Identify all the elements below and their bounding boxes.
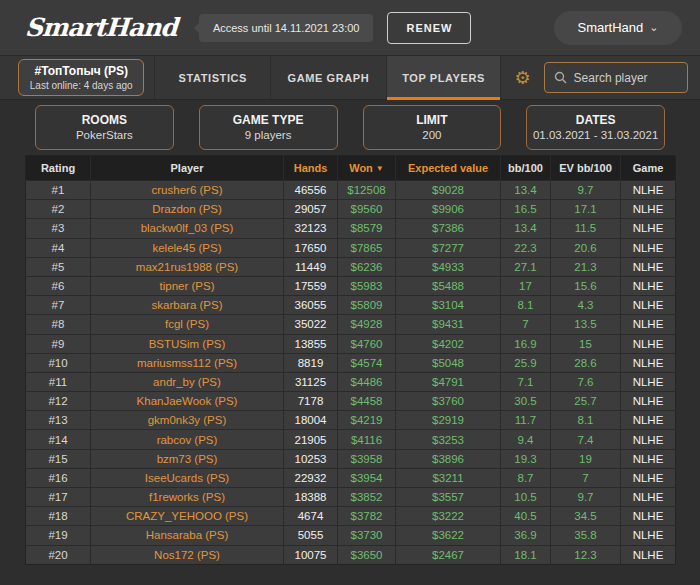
won-cell: $8579 xyxy=(338,219,396,238)
column-header-hands[interactable]: Hands xyxy=(284,156,338,181)
player-cell[interactable]: max21rus1988 (PS) xyxy=(91,257,284,276)
ev-bb100-cell: 4.3 xyxy=(551,296,621,315)
hands-cell: 21905 xyxy=(284,430,338,449)
expected-value-cell: $3211 xyxy=(396,468,501,487)
table-row[interactable]: #5 max21rus1988 (PS) 11449 $6236 $4933 2… xyxy=(26,257,676,276)
column-header-bb100[interactable]: bb/100 xyxy=(501,156,551,181)
game-cell: NLHE xyxy=(621,372,676,391)
won-cell: $4574 xyxy=(338,353,396,372)
rating-cell: #7 xyxy=(26,296,91,315)
table-row[interactable]: #7 skarbara (PS) 36055 $5809 $3104 8.1 4… xyxy=(26,296,676,315)
account-menu[interactable]: SmartHand ⌄ xyxy=(554,11,682,45)
column-header-game[interactable]: Game xyxy=(621,156,676,181)
sort-desc-icon: ▼ xyxy=(376,164,384,173)
player-cell[interactable]: andr_by (PS) xyxy=(91,372,284,391)
table-row[interactable]: #9 BSTUSim (PS) 13855 $4760 $4202 16.9 1… xyxy=(26,334,676,353)
player-cell[interactable]: skarbara (PS) xyxy=(91,296,284,315)
table-row[interactable]: #18 CRAZY_YEHOOO (PS) 4674 $3782 $3222 4… xyxy=(26,507,676,526)
app-logo[interactable]: SmartHand xyxy=(24,13,178,42)
column-header-player[interactable]: Player xyxy=(91,156,284,181)
table-row[interactable]: #11 andr_by (PS) 31125 $4486 $4791 7.1 7… xyxy=(26,372,676,391)
game-cell: NLHE xyxy=(621,296,676,315)
search-box[interactable] xyxy=(544,62,688,93)
player-cell[interactable]: Hansaraba (PS) xyxy=(91,526,284,545)
game-cell: NLHE xyxy=(621,315,676,334)
won-cell: $12508 xyxy=(338,181,396,200)
player-cell[interactable]: Nos172 (PS) xyxy=(91,545,284,564)
player-cell[interactable]: bzm73 (PS) xyxy=(91,449,284,468)
account-label: SmartHand xyxy=(578,20,644,35)
tab-statistics[interactable]: STATISTICS xyxy=(154,56,270,99)
tab-game-graph[interactable]: GAME GRAPH xyxy=(270,56,386,99)
won-cell: $3852 xyxy=(338,488,396,507)
bb100-cell: 16.5 xyxy=(501,200,551,219)
gear-icon[interactable]: ⚙ xyxy=(514,69,530,87)
table-row[interactable]: #20 Nos172 (PS) 10075 $3650 $2467 18.1 1… xyxy=(26,545,676,564)
player-cell[interactable]: IseeUcards (PS) xyxy=(91,468,284,487)
table-row[interactable]: #16 IseeUcards (PS) 22932 $3954 $3211 8.… xyxy=(26,468,676,487)
player-cell[interactable]: f1reworks (PS) xyxy=(91,488,284,507)
table-header-row: Rating Player Hands Won▼ Expected value … xyxy=(26,156,676,181)
player-cell[interactable]: mariusmss112 (PS) xyxy=(91,353,284,372)
hands-cell: 10253 xyxy=(284,449,338,468)
table-row[interactable]: #19 Hansaraba (PS) 5055 $3730 $3622 36.9… xyxy=(26,526,676,545)
table-body: #1 crusher6 (PS) 46556 $12508 $9028 13.4… xyxy=(26,181,676,565)
player-cell[interactable]: kelele45 (PS) xyxy=(91,238,284,257)
hands-cell: 7178 xyxy=(284,392,338,411)
won-cell: $3954 xyxy=(338,468,396,487)
won-cell: $5809 xyxy=(338,296,396,315)
column-header-rating[interactable]: Rating xyxy=(26,156,91,181)
player-cell[interactable]: fcgl (PS) xyxy=(91,315,284,334)
column-header-won[interactable]: Won▼ xyxy=(338,156,396,181)
player-cell[interactable]: tipner (PS) xyxy=(91,276,284,295)
player-cell[interactable]: blackw0lf_03 (PS) xyxy=(91,219,284,238)
filter-dates[interactable]: DATES 01.03.2021 - 31.03.2021 xyxy=(526,105,665,150)
player-cell[interactable]: Drazdon (PS) xyxy=(91,200,284,219)
table-row[interactable]: #13 gkm0nk3y (PS) 18004 $4219 $2919 11.7… xyxy=(26,411,676,430)
column-header-expected-value[interactable]: Expected value xyxy=(396,156,501,181)
search-input[interactable] xyxy=(574,71,678,85)
table-row[interactable]: #15 bzm73 (PS) 10253 $3958 $3896 19.3 19… xyxy=(26,449,676,468)
filter-limit[interactable]: LIMIT 200 xyxy=(363,105,502,150)
rating-cell: #13 xyxy=(26,411,91,430)
hands-cell: 35022 xyxy=(284,315,338,334)
table-row[interactable]: #1 crusher6 (PS) 46556 $12508 $9028 13.4… xyxy=(26,181,676,200)
table-row[interactable]: #8 fcgl (PS) 35022 $4928 $9431 7 13.5 NL… xyxy=(26,315,676,334)
hands-cell: 29057 xyxy=(284,200,338,219)
filter-dates-label: DATES xyxy=(531,113,660,127)
player-cell[interactable]: BSTUSim (PS) xyxy=(91,334,284,353)
renew-button[interactable]: RENEW xyxy=(387,12,471,44)
table-row[interactable]: #12 KhanJaeWook (PS) 7178 $4458 $3760 30… xyxy=(26,392,676,411)
table-row[interactable]: #14 rabcov (PS) 21905 $4116 $3253 9.4 7.… xyxy=(26,430,676,449)
player-cell[interactable]: CRAZY_YEHOOO (PS) xyxy=(91,507,284,526)
table-row[interactable]: #4 kelele45 (PS) 17650 $7865 $7277 22.3 … xyxy=(26,238,676,257)
player-cell[interactable]: gkm0nk3y (PS) xyxy=(91,411,284,430)
filter-dates-value: 01.03.2021 - 31.03.2021 xyxy=(531,129,660,141)
table-row[interactable]: #6 tipner (PS) 17559 $5983 $5488 17 15.6… xyxy=(26,276,676,295)
table-row[interactable]: #17 f1reworks (PS) 18388 $3852 $3557 10.… xyxy=(26,488,676,507)
hands-cell: 17650 xyxy=(284,238,338,257)
bb100-cell: 9.4 xyxy=(501,430,551,449)
player-cell[interactable]: rabcov (PS) xyxy=(91,430,284,449)
expected-value-cell: $2919 xyxy=(396,411,501,430)
table-row[interactable]: #3 blackw0lf_03 (PS) 32123 $8579 $7386 1… xyxy=(26,219,676,238)
column-header-ev-bb100[interactable]: EV bb/100 xyxy=(551,156,621,181)
bb100-cell: 13.4 xyxy=(501,219,551,238)
filter-game-type[interactable]: GAME TYPE 9 players xyxy=(199,105,338,150)
ev-bb100-cell: 9.7 xyxy=(551,181,621,200)
tab-top-players[interactable]: TOP PLAYERS xyxy=(386,56,502,99)
rating-cell: #17 xyxy=(26,488,91,507)
selected-player-card[interactable]: #ТопТопыч (PS) Last online: 4 days ago xyxy=(18,59,144,96)
filter-game-type-value: 9 players xyxy=(204,129,333,141)
filter-bar: ROOMS PokerStars GAME TYPE 9 players LIM… xyxy=(0,100,700,155)
ev-bb100-cell: 7 xyxy=(551,468,621,487)
player-cell[interactable]: KhanJaeWook (PS) xyxy=(91,392,284,411)
table-row[interactable]: #2 Drazdon (PS) 29057 $9560 $9906 16.5 1… xyxy=(26,200,676,219)
game-cell: NLHE xyxy=(621,488,676,507)
expected-value-cell: $4933 xyxy=(396,257,501,276)
filter-rooms[interactable]: ROOMS PokerStars xyxy=(35,105,174,150)
game-cell: NLHE xyxy=(621,334,676,353)
table-row[interactable]: #10 mariusmss112 (PS) 8819 $4574 $5048 2… xyxy=(26,353,676,372)
player-cell[interactable]: crusher6 (PS) xyxy=(91,181,284,200)
expected-value-cell: $4202 xyxy=(396,334,501,353)
